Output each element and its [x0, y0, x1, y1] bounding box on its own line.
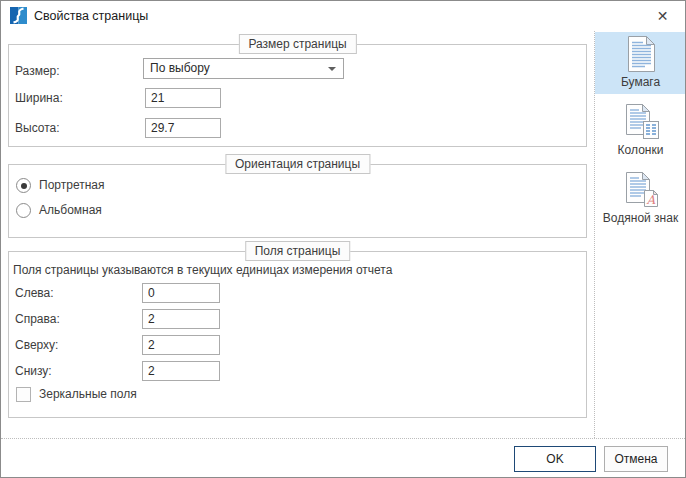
svg-text:A: A [645, 193, 655, 207]
margins-group-title: Поля страницы [245, 241, 351, 261]
width-field[interactable] [145, 88, 221, 108]
app-logo-icon [10, 7, 27, 24]
page-properties-dialog: Свойства страницы ✕ Размер страницы Разм… [0, 0, 686, 478]
sidebar-item-label: Колонки [618, 143, 664, 157]
size-label: Размер: [15, 61, 60, 81]
margin-top-label: Сверху: [15, 335, 58, 355]
sidebar-item-columns[interactable]: Колонки [595, 100, 686, 162]
close-icon[interactable]: ✕ [640, 1, 685, 31]
margin-right-label: Справа: [15, 309, 60, 329]
margin-bottom-field[interactable] [142, 361, 220, 381]
paper-icon [621, 35, 661, 73]
sidebar-item-watermark[interactable]: A Водяной знак [595, 168, 686, 230]
ok-button[interactable]: OK [514, 446, 596, 472]
orientation-group: Ориентация страницы Портретная Альбомная [8, 164, 587, 238]
watermark-icon: A [621, 171, 661, 209]
height-field[interactable] [145, 118, 221, 138]
portrait-label[interactable]: Портретная [39, 178, 104, 193]
size-group-title: Размер страницы [238, 34, 356, 54]
landscape-label[interactable]: Альбомная [39, 203, 102, 218]
margins-description: Поля страницы указываются в текущих един… [13, 263, 392, 277]
landscape-radio[interactable] [16, 203, 31, 218]
sidebar: Бумага [594, 31, 686, 438]
sidebar-item-label: Бумага [621, 75, 660, 89]
mirror-margins-label[interactable]: Зеркальные поля [39, 387, 137, 402]
titlebar: Свойства страницы ✕ [1, 1, 685, 31]
size-group: Размер страницы Размер: По выбору Ширина… [8, 44, 587, 147]
mirror-margins-checkbox[interactable] [16, 387, 31, 402]
cancel-button[interactable]: Отмена [604, 446, 668, 472]
columns-icon [621, 103, 661, 141]
height-label: Высота: [15, 118, 60, 138]
width-label: Ширина: [15, 88, 63, 108]
margin-top-field[interactable] [142, 335, 220, 355]
chevron-down-icon [328, 67, 336, 71]
window-title: Свойства страницы [34, 1, 148, 31]
size-select-value: По выбору [150, 59, 210, 78]
margin-left-field[interactable] [142, 283, 220, 303]
margin-bottom-label: Снизу: [15, 361, 52, 381]
orientation-group-title: Ориентация страницы [225, 154, 370, 174]
footer-divider [1, 438, 685, 439]
size-select[interactable]: По выбору [143, 58, 344, 79]
margins-group: Поля страницы Поля страницы указываются … [8, 251, 587, 418]
sidebar-item-paper[interactable]: Бумага [595, 32, 686, 94]
sidebar-item-label: Водяной знак [603, 211, 678, 225]
margin-right-field[interactable] [142, 309, 220, 329]
margin-left-label: Слева: [15, 283, 54, 303]
portrait-radio[interactable] [16, 178, 31, 193]
